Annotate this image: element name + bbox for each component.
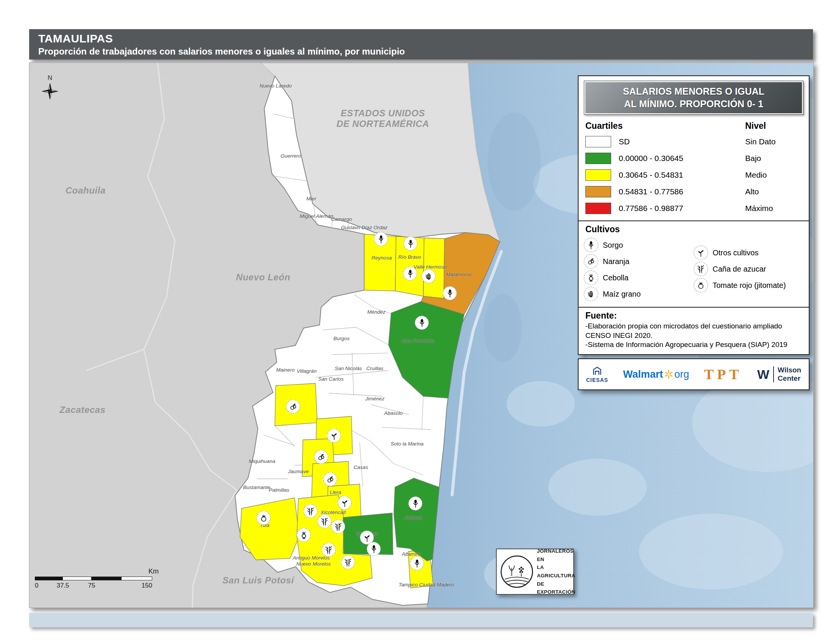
- ciesas-logo: CIESAS: [586, 366, 608, 383]
- ciesas-label: CIESAS: [586, 377, 608, 383]
- municipality-label: Soto la Marina: [391, 441, 423, 447]
- municipality-label: Matamoros: [446, 272, 472, 277]
- tpt-logo: TPT: [704, 366, 742, 383]
- municipality-label: Llera: [330, 489, 341, 495]
- legend-range: SD: [619, 137, 745, 146]
- footer-strip: [29, 613, 813, 627]
- legend-crop-label: Maíz grano: [603, 290, 641, 298]
- crop-icon-naranja: [286, 400, 300, 414]
- municipality-label: Miquihuana: [249, 458, 275, 464]
- tomate-icon: [694, 278, 708, 293]
- legend-divider: [579, 221, 809, 221]
- municipality-label: San Fernando: [402, 338, 434, 344]
- municipality-label: Valle Hermoso: [413, 264, 447, 270]
- scale-label: 0: [35, 582, 38, 589]
- sorgo-icon: [584, 238, 598, 252]
- municipality-label: Nuevo Laredo: [260, 83, 292, 89]
- legend-crop-sorgo: Sorgo: [584, 238, 694, 252]
- legend-crop-maiz: Maíz grano: [584, 287, 694, 301]
- map-canvas: ESTADOS UNIDOS DE NORTEAMÉRICACoahuilaNu…: [29, 63, 814, 608]
- cultivos-header: Cultivos: [585, 224, 802, 235]
- jornaleros-emblem-icon: [500, 555, 534, 589]
- municipality-label: Camargo: [331, 216, 352, 222]
- legend-title-line1: SALARIOS MENORES O IGUAL: [586, 85, 802, 98]
- jornaleros-line: JORNALEROS EN: [537, 547, 575, 564]
- region-label: San Luis Potosí: [222, 575, 294, 586]
- level-header: Nivel: [745, 121, 802, 131]
- cana-icon: [694, 262, 708, 276]
- municipality-label: Guerrero: [281, 153, 301, 159]
- crop-icon-maiz: [422, 269, 436, 283]
- legend-crop-cebolla: Cebolla: [584, 270, 694, 285]
- legend-range: 0.30645 - 0.54831: [619, 171, 745, 180]
- north-label: N: [39, 74, 61, 82]
- municipality-label: Abasolo: [384, 410, 403, 416]
- fuente-lines: -Elaboración propia con microdatos del c…: [584, 322, 804, 349]
- legend-title: SALARIOS MENORES O IGUAL AL MÍNIMO. PROP…: [584, 80, 804, 115]
- fuente-header: Fuente:: [585, 311, 802, 321]
- region-label: Coahuila: [66, 185, 106, 196]
- jornaleros-text: JORNALEROS EN LA AGRICULTURA DE EXPORTAC…: [537, 547, 575, 596]
- legend-crop-label: Sorgo: [603, 241, 623, 250]
- compass-rose-icon: [41, 82, 59, 100]
- fuente-line: -Elaboración propia con microdatos del c…: [585, 322, 802, 331]
- municipality-label: Jiménez: [365, 396, 384, 402]
- crop-icon-cebolla: [297, 528, 311, 542]
- legend-range: 0.54831 - 0.77586: [619, 187, 745, 196]
- otros-cultivos-icon: [694, 245, 708, 260]
- crop-icon-sorgo: [415, 316, 429, 330]
- crop-icon-sorgo: [410, 557, 424, 570]
- legend-crop-label: Naranja: [603, 257, 629, 266]
- region-label: Nuevo León: [236, 272, 290, 283]
- fuente-line: -Sistema de Información Agropecuaria y P…: [585, 340, 802, 349]
- municipality-label: Jaumave: [288, 469, 309, 474]
- legend-row: 0.30645 - 0.54831 Medio: [584, 167, 804, 184]
- state-title: TAMAULIPAS: [38, 32, 813, 45]
- legend-crop-otros: Otros cultivos: [694, 245, 804, 260]
- municipality-label: Antiguo Morelos: [293, 555, 330, 561]
- legend-level: Sin Dato: [745, 137, 802, 146]
- crop-icon-sorgo: [403, 267, 417, 281]
- legend-panel: SALARIOS MENORES O IGUAL AL MÍNIMO. PROP…: [578, 76, 809, 355]
- legend-crop-naranja: Naranja: [584, 254, 694, 269]
- legend-crop-label: Cebolla: [603, 274, 629, 282]
- municipality-label: Casas: [354, 464, 368, 470]
- legend-row: 0.77586 - 0.98877 Máximo: [584, 200, 804, 217]
- map-title-bar: TAMAULIPAS Proporción de trabajadores co…: [29, 29, 813, 60]
- crop-icon-sorgo: [408, 497, 423, 510]
- municipality-label: Palmillas: [269, 487, 289, 493]
- crop-icon-sorgo: [374, 232, 388, 246]
- municipality-label: Méndez: [367, 309, 386, 315]
- scale-label: 37.5: [56, 582, 69, 589]
- municipality-label: Mainero: [277, 367, 295, 373]
- crop-icon-cana: [322, 543, 336, 557]
- wilson-w-icon: W: [757, 367, 769, 382]
- legend-row: 0.00000 - 0.30645 Bajo: [584, 150, 804, 167]
- ciesas-glyph-icon: [591, 366, 603, 377]
- legend-crop-label: Caña de azucar: [712, 265, 766, 274]
- municipality-label: Bustamante: [243, 485, 270, 490]
- crop-icon-cana: [318, 514, 332, 528]
- crop-icon-sorgo: [404, 237, 418, 251]
- wilson-divider: [773, 366, 774, 382]
- map-subtitle: Proporción de trabajadores con salarios …: [38, 46, 813, 57]
- legend-level: Bajo: [745, 154, 802, 163]
- crop-icon-sorgo: [443, 287, 457, 300]
- legend-level: Alto: [745, 187, 802, 196]
- municipality-label: San Nicolás: [335, 365, 362, 371]
- legend-rows: SD Sin Dato 0.00000 - 0.30645 Bajo 0.306…: [584, 134, 804, 217]
- crop-icon-cana: [341, 555, 355, 569]
- partner-logos: CIESAS Walmart org TPT W Wilson Center: [578, 358, 809, 390]
- municipality-label: Tampico Ciudad Madero: [399, 582, 454, 588]
- cebolla-icon: [584, 270, 598, 285]
- municipality-label: Cruillas: [366, 365, 383, 371]
- legend-range: 0.00000 - 0.30645: [619, 154, 745, 163]
- municipality-label: Miguel Alemán: [300, 213, 334, 219]
- scale-label: 150: [142, 582, 152, 589]
- legend-swatch: [585, 203, 611, 214]
- legend-swatch: [585, 153, 611, 164]
- scale-label: 75: [88, 582, 95, 589]
- legend-divider: [579, 307, 809, 308]
- legend-title-line2: AL MÍNIMO. PROPORCIÓN 0- 1: [586, 98, 802, 110]
- wilson-center-wordmark: Wilson Center: [778, 366, 801, 383]
